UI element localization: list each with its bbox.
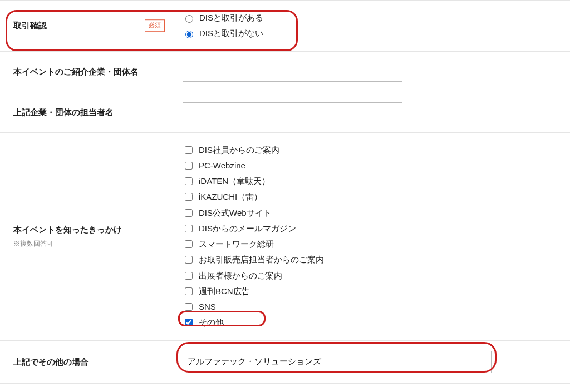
row-transaction: 取引確認 必須 DISと取引がある DISと取引がない (0, 1, 570, 52)
row-referrer-company: 本イベントのご紹介企業・団体名 (0, 51, 570, 92)
checkbox-option-4[interactable]: DIS公式Webサイト (183, 206, 566, 220)
referrer-person-input[interactable] (183, 102, 402, 122)
checkbox-option-11[interactable]: その他 (183, 315, 566, 330)
value-referrer-person (178, 92, 570, 132)
trigger-other-input[interactable] (183, 351, 492, 373)
checkbox-label-8: 出展者様からのご案内 (199, 269, 282, 283)
checkbox-label-3: iKAZUCHI（雷） (199, 190, 262, 204)
checkbox-input-0[interactable] (185, 146, 193, 154)
checkbox-input-8[interactable] (185, 272, 193, 280)
checkbox-input-5[interactable] (185, 225, 193, 232)
checkbox-label-10: SNS (199, 300, 216, 314)
value-trigger: DIS社員からのご案内PC-WebzineiDATEN（韋駄天）iKAZUCHI… (178, 132, 570, 340)
label-text: 本イベントのご紹介企業・団体名 (13, 67, 139, 76)
checkbox-label-4: DIS公式Webサイト (199, 206, 272, 220)
checkbox-option-0[interactable]: DIS社員からのご案内 (183, 143, 566, 157)
checkbox-option-2[interactable]: iDATEN（韋駄天） (183, 174, 566, 188)
checkbox-input-4[interactable] (185, 209, 193, 217)
checkbox-option-3[interactable]: iKAZUCHI（雷） (183, 190, 566, 204)
label-trigger: 本イベントを知ったきっかけ ※複数回答可 (0, 132, 178, 340)
referrer-company-input[interactable] (183, 62, 402, 82)
checkbox-label-6: スマートワーク総研 (199, 237, 274, 251)
checkbox-label-2: iDATEN（韋駄天） (199, 174, 270, 188)
label-text: 取引確認 (13, 21, 47, 30)
radio-option-1[interactable]: DISと取引がない (183, 26, 566, 41)
checkbox-label-7: お取引販売店担当者からのご案内 (199, 252, 324, 267)
checkbox-input-11[interactable] (185, 319, 193, 326)
checkbox-input-7[interactable] (185, 256, 193, 264)
row-trigger: 本イベントを知ったきっかけ ※複数回答可 DIS社員からのご案内PC-Webzi… (0, 132, 570, 340)
checkbox-input-9[interactable] (185, 287, 193, 295)
checkbox-option-7[interactable]: お取引販売店担当者からのご案内 (183, 252, 566, 267)
row-referrer-person: 上記企業・団体の担当者名 (0, 92, 570, 132)
checkbox-input-3[interactable] (185, 193, 193, 201)
value-transaction: DISと取引がある DISと取引がない (178, 1, 570, 52)
required-badge: 必須 (145, 19, 165, 32)
checkbox-label-0: DIS社員からのご案内 (199, 143, 279, 157)
label-trigger-note: ※複数回答可 (13, 239, 165, 249)
radio-option-0[interactable]: DISと取引がある (183, 11, 566, 25)
checkbox-option-1[interactable]: PC-Webzine (183, 158, 566, 173)
checkbox-option-10[interactable]: SNS (183, 300, 566, 314)
row-trigger-other: 上記でその他の場合 (0, 340, 570, 383)
label-trigger-other: 上記でその他の場合 (0, 340, 178, 383)
label-transaction: 取引確認 必須 (0, 1, 178, 52)
label-referrer-company: 本イベントのご紹介企業・団体名 (0, 51, 178, 92)
checkbox-option-9[interactable]: 週刊BCN広告 (183, 284, 566, 299)
label-text: 上記企業・団体の担当者名 (13, 107, 114, 117)
radio-input-1[interactable] (185, 31, 193, 38)
checkbox-option-8[interactable]: 出展者様からのご案内 (183, 269, 566, 283)
checkbox-option-5[interactable]: DISからのメールマガジン (183, 221, 566, 236)
checkbox-label-1: PC-Webzine (199, 158, 245, 173)
checkbox-label-11: その他 (199, 315, 224, 330)
checkbox-label-9: 週刊BCN広告 (199, 284, 250, 299)
radio-input-0[interactable] (185, 15, 193, 23)
checkbox-input-10[interactable] (185, 303, 193, 311)
label-referrer-person: 上記企業・団体の担当者名 (0, 92, 178, 132)
value-referrer-company (178, 51, 570, 92)
checkbox-label-5: DISからのメールマガジン (199, 221, 296, 236)
checkbox-input-6[interactable] (185, 240, 193, 248)
checkbox-input-1[interactable] (185, 162, 193, 170)
radio-label-1: DISと取引がない (199, 26, 263, 41)
checkbox-input-2[interactable] (185, 177, 193, 185)
label-text: 上記でその他の場合 (13, 357, 89, 366)
form-table: 取引確認 必須 DISと取引がある DISと取引がない (0, 0, 570, 384)
label-text: 本イベントを知ったきっかけ (13, 225, 122, 234)
value-trigger-other (178, 340, 570, 383)
checkbox-option-6[interactable]: スマートワーク総研 (183, 237, 566, 251)
radio-label-0: DISと取引がある (199, 11, 263, 25)
